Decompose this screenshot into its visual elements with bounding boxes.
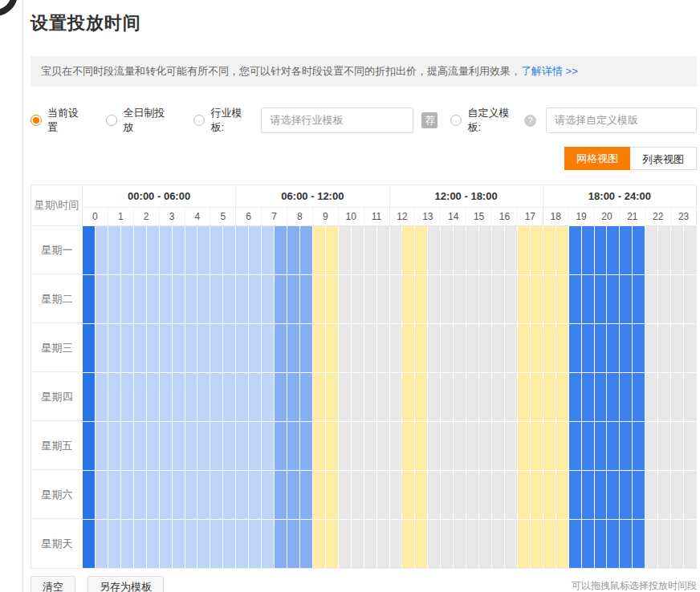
- time-slot-cell[interactable]: [249, 520, 261, 568]
- time-slot-cell[interactable]: [249, 422, 261, 470]
- time-slot-cell[interactable]: [531, 324, 543, 372]
- time-slot-cell[interactable]: [620, 324, 632, 372]
- time-slot-cell[interactable]: [210, 275, 222, 323]
- tab-list-view[interactable]: 列表视图: [630, 147, 697, 170]
- time-slot-cell[interactable]: [364, 373, 376, 421]
- time-slot-cell[interactable]: [173, 324, 185, 372]
- time-slot-cell[interactable]: [607, 275, 619, 323]
- time-slot-cell[interactable]: [377, 324, 389, 372]
- time-slot-cell[interactable]: [582, 226, 594, 274]
- time-slot-cell[interactable]: [505, 324, 517, 372]
- time-slot-cell[interactable]: [147, 324, 159, 372]
- time-slot-cell[interactable]: [633, 324, 645, 372]
- time-slot-cell[interactable]: [339, 520, 351, 568]
- time-slot-cell[interactable]: [210, 471, 222, 519]
- time-slot-cell[interactable]: [249, 373, 261, 421]
- time-slot-cell[interactable]: [671, 471, 683, 519]
- time-slot-cell[interactable]: [326, 520, 338, 568]
- time-slot-cell[interactable]: [236, 373, 248, 421]
- time-slot-cell[interactable]: [160, 471, 172, 519]
- time-slot-cell[interactable]: [377, 275, 389, 323]
- time-slot-cell[interactable]: [645, 373, 657, 421]
- time-slot-cell[interactable]: [262, 422, 274, 470]
- time-slot-cell[interactable]: [197, 226, 210, 274]
- time-slot-cell[interactable]: [275, 373, 287, 421]
- time-slot-cell[interactable]: [607, 373, 619, 421]
- time-slot-cell[interactable]: [645, 422, 657, 470]
- time-slot-cell[interactable]: [607, 422, 619, 470]
- time-slot-cell[interactable]: [479, 275, 491, 323]
- time-slot-cell[interactable]: [658, 422, 670, 470]
- time-slot-cell[interactable]: [339, 226, 351, 274]
- time-slot-cell[interactable]: [633, 422, 645, 470]
- radio-custom-template[interactable]: 自定义模板:: [450, 106, 520, 135]
- radio-icon[interactable]: [450, 115, 462, 126]
- save-as-template-button[interactable]: 另存为模板: [88, 576, 164, 592]
- time-slot-cell[interactable]: [466, 520, 478, 568]
- time-slot-cell[interactable]: [96, 520, 108, 568]
- time-slot-cell[interactable]: [96, 226, 108, 274]
- time-slot-cell[interactable]: [645, 471, 657, 519]
- radio-all-day[interactable]: 全日制投放: [106, 106, 173, 135]
- time-slot-cell[interactable]: [83, 275, 95, 323]
- time-slot-cell[interactable]: [518, 226, 530, 274]
- time-slot-cell[interactable]: [569, 422, 581, 470]
- time-slot-cell[interactable]: [108, 471, 120, 519]
- time-slot-cell[interactable]: [518, 373, 530, 421]
- time-slot-cell[interactable]: [390, 275, 402, 323]
- time-slot-cell[interactable]: [390, 422, 402, 470]
- time-slot-cell[interactable]: [415, 324, 427, 372]
- time-slot-cell[interactable]: [415, 275, 427, 323]
- time-slot-cell[interactable]: [607, 324, 619, 372]
- time-slot-cell[interactable]: [300, 373, 312, 421]
- time-slot-cell[interactable]: [108, 422, 120, 470]
- time-slot-cell[interactable]: [620, 226, 632, 274]
- time-slot-cell[interactable]: [390, 226, 402, 274]
- time-slot-cell[interactable]: [620, 275, 632, 323]
- time-slot-cell[interactable]: [595, 520, 607, 568]
- time-slot-cell[interactable]: [377, 471, 389, 519]
- time-slot-cell[interactable]: [658, 324, 670, 372]
- time-slot-cell[interactable]: [479, 520, 491, 568]
- time-slot-cell[interactable]: [402, 520, 414, 568]
- industry-template-select[interactable]: 请选择行业模板: [261, 107, 413, 133]
- time-slot-cell[interactable]: [223, 373, 235, 421]
- time-slot-cell[interactable]: [556, 275, 568, 323]
- time-slot-cell[interactable]: [684, 520, 696, 568]
- time-slot-cell[interactable]: [83, 520, 95, 568]
- time-slot-cell[interactable]: [543, 422, 556, 470]
- time-slot-cell[interactable]: [492, 471, 504, 519]
- time-slot-cell[interactable]: [645, 226, 657, 274]
- time-slot-cell[interactable]: [223, 471, 235, 519]
- time-slot-cell[interactable]: [492, 422, 504, 470]
- radio-icon[interactable]: [106, 115, 117, 126]
- time-slot-cell[interactable]: [223, 422, 235, 470]
- time-slot-cell[interactable]: [633, 275, 645, 323]
- time-slot-cell[interactable]: [185, 373, 197, 421]
- time-slot-cell[interactable]: [684, 373, 696, 421]
- time-slot-cell[interactable]: [236, 226, 248, 274]
- time-slot-cell[interactable]: [556, 226, 568, 274]
- time-slot-cell[interactable]: [466, 373, 478, 421]
- time-slot-cell[interactable]: [441, 324, 453, 372]
- time-slot-cell[interactable]: [287, 520, 299, 568]
- time-slot-cell[interactable]: [83, 226, 95, 274]
- time-slot-cell[interactable]: [492, 226, 504, 274]
- time-slot-cell[interactable]: [173, 373, 185, 421]
- time-slot-cell[interactable]: [684, 226, 696, 274]
- time-slot-cell[interactable]: [134, 324, 146, 372]
- time-slot-cell[interactable]: [185, 275, 197, 323]
- time-slot-cell[interactable]: [210, 226, 222, 274]
- time-slot-cell[interactable]: [147, 226, 159, 274]
- learn-more-link[interactable]: 了解详情 >>: [521, 65, 578, 77]
- time-slot-cell[interactable]: [505, 471, 517, 519]
- time-slot-cell[interactable]: [454, 471, 466, 519]
- radio-industry-template[interactable]: 行业模板:: [193, 106, 253, 135]
- time-slot-cell[interactable]: [262, 275, 274, 323]
- time-slot-cell[interactable]: [402, 422, 414, 470]
- time-slot-cell[interactable]: [658, 520, 670, 568]
- time-slot-cell[interactable]: [364, 422, 376, 470]
- time-slot-cell[interactable]: [543, 373, 556, 421]
- time-slot-cell[interactable]: [134, 373, 146, 421]
- time-slot-cell[interactable]: [415, 520, 427, 568]
